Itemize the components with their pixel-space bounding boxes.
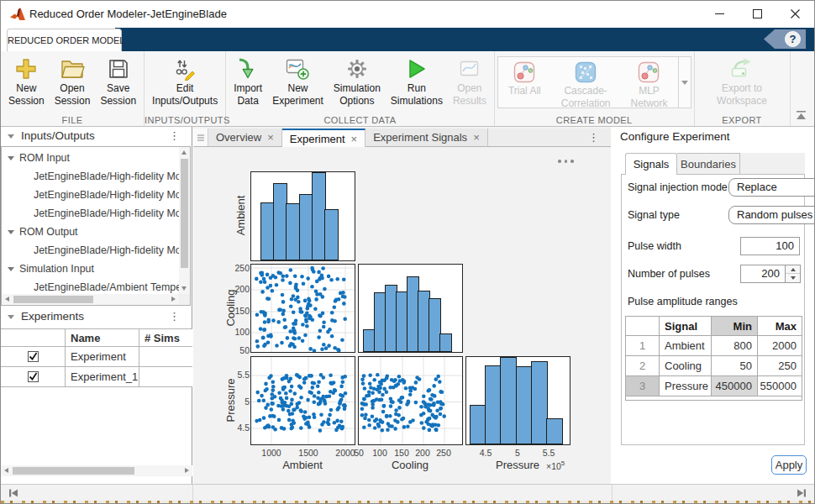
experiment-checkbox[interactable] — [28, 371, 39, 382]
tree-node-rom-input[interactable]: ROM Input — [2, 149, 181, 167]
toolstrip-tab-bar: REDUCED ORDER MODEL ? — [1, 26, 814, 51]
experiment-checkbox[interactable] — [28, 351, 39, 362]
collapse-icon[interactable] — [8, 315, 14, 319]
model-gallery: Trial AllCascade-CorrelationMLP Network — [497, 56, 679, 108]
import-data-button[interactable]: Import Data — [229, 51, 267, 108]
gallery-dropdown-button[interactable] — [679, 56, 691, 108]
document-tab-overview[interactable]: Overview× — [208, 129, 282, 146]
inputs-outputs-header: Inputs/Outputs⋮ — [1, 127, 192, 146]
new-session-button[interactable]: New Session — [3, 51, 50, 108]
trial-all-button[interactable]: Trial All — [498, 57, 551, 108]
tab-list-button[interactable] — [193, 129, 208, 146]
field-label-pulse-width: Pulse width — [628, 240, 681, 252]
tree-expander-icon[interactable] — [8, 267, 14, 271]
tree-node-rom-output[interactable]: ROM Output — [2, 223, 181, 241]
collapse-icon[interactable] — [8, 134, 14, 139]
tree-vertical-scrollbar[interactable] — [179, 147, 190, 294]
ribbon-section-label: FILE — [1, 115, 144, 125]
scatter-pressure-vs-cooling — [358, 356, 463, 445]
close-button[interactable] — [776, 1, 814, 26]
ribbon-section-collect-data: Import DataNew ExperimentSimulation Opti… — [226, 51, 495, 126]
save-session-button[interactable]: Save Session — [95, 51, 141, 108]
amplitude-cell[interactable]: Cooling — [660, 356, 712, 376]
open-session-button[interactable]: Open Session — [50, 51, 96, 108]
tree-leaf[interactable]: JetEngineBlade/High-fidelity Mod — [2, 186, 181, 204]
amplitude-cell[interactable]: Pressure — [660, 376, 712, 396]
document-tab-experiment-signals[interactable]: Experiment Signals× — [365, 129, 488, 146]
amplitude-cell[interactable]: 550000 — [758, 376, 802, 396]
tree-leaf[interactable]: JetEngineBlade/High-fidelity Mod — [2, 204, 181, 223]
inputs-outputs-tree: ROM InputJetEngineBlade/High-fidelity Mo… — [1, 146, 191, 306]
close-tab-icon[interactable]: × — [351, 133, 358, 145]
spinner-down-icon[interactable] — [786, 274, 800, 282]
amplitude-cell[interactable]: 2000 — [758, 336, 802, 356]
kebab-menu-icon[interactable]: ⋮ — [169, 130, 180, 142]
ribbon-toolbar: New SessionOpen SessionSave SessionFILEE… — [1, 51, 814, 127]
tree-leaf[interactable]: JetEngineBlade/High-fidelity Mod — [2, 167, 181, 186]
dropdown-signal-injection-mode[interactable]: Replace — [728, 178, 814, 197]
new-experiment-button[interactable]: New Experiment — [267, 51, 329, 108]
tab-signals[interactable]: Signals — [625, 153, 677, 175]
amplitude-cell[interactable]: 250 — [758, 356, 802, 376]
inputs-outputs-title: Inputs/Outputs — [21, 129, 95, 142]
x-axis-label-cooling: Cooling — [385, 459, 435, 471]
run-simulations-button[interactable]: Run Simulations — [386, 51, 448, 108]
experiment-name: Experiment_1 — [66, 367, 139, 386]
collapse-ribbon-button[interactable] — [795, 108, 807, 123]
tab-reduced-order-model[interactable]: REDUCED ORDER MODEL — [7, 29, 122, 51]
export-to-workspace-icon — [729, 55, 755, 82]
tab-overflow-menu-icon[interactable]: ⋮ — [588, 132, 599, 144]
column-header — [1, 329, 66, 346]
tree-expander-icon[interactable] — [8, 230, 14, 234]
tree-horizontal-scrollbar[interactable] — [2, 294, 179, 305]
row-number: 3 — [626, 376, 660, 396]
amplitude-cell[interactable]: 450000 — [712, 376, 758, 396]
ribbon-section-label: INPUTS/OUTPUTS — [145, 115, 225, 125]
close-tab-icon[interactable]: × — [267, 131, 274, 144]
experiments-horizontal-scrollbar[interactable] — [1, 465, 192, 476]
amplitude-cell[interactable]: 800 — [712, 336, 758, 356]
mlp-network-button[interactable]: MLP Network — [620, 57, 677, 108]
input-pulse-width[interactable]: 100 — [740, 237, 800, 255]
maximize-button[interactable] — [739, 1, 776, 26]
axes-options-button[interactable] — [558, 160, 574, 163]
scatter-pressure-vs-ambient — [250, 356, 355, 445]
configure-tabs: SignalsBoundaries — [621, 153, 805, 175]
window-title: Reduced Order Modeler-JetEngineBlade — [29, 8, 227, 20]
y-axis-label-ambient: Ambient — [234, 182, 247, 249]
kebab-menu-icon[interactable]: ⋮ — [169, 311, 180, 323]
spinner-up-icon[interactable] — [786, 265, 800, 274]
tree-node-simulation-input[interactable]: Simulation Input — [2, 260, 181, 278]
document-tab-experiment[interactable]: Experiment× — [282, 129, 365, 147]
help-icon[interactable]: ? — [785, 31, 801, 47]
minimize-button[interactable] — [701, 1, 739, 26]
input-number-of-pulses[interactable]: 200 — [740, 265, 786, 283]
experiment-row[interactable]: Experiment_1 — [1, 367, 192, 387]
dropdown-signal-type[interactable]: Random pulses — [728, 206, 814, 224]
field-label-signal-injection-mode: Signal injection mode — [628, 181, 728, 193]
ribbon-section-export: Export to WorkspaceEXPORT — [695, 51, 791, 126]
ribbon-section-inputs-outputs: Edit Inputs/OutputsINPUTS/OUTPUTS — [145, 51, 226, 126]
row-number: 1 — [626, 336, 660, 356]
edit-inputs-outputs-button[interactable]: Edit Inputs/Outputs — [147, 51, 223, 108]
tree-expander-icon[interactable] — [8, 156, 14, 160]
cascade-correlation-button[interactable]: Cascade-Correlation — [551, 57, 621, 108]
left-panel: Inputs/Outputs⋮ROM InputJetEngineBlade/H… — [1, 127, 192, 484]
histogram-cooling — [358, 264, 463, 353]
open-results-button[interactable]: Open Results — [448, 51, 492, 108]
close-tab-icon[interactable]: × — [473, 131, 480, 144]
document-tab-bar: Overview×Experiment×Experiment Signals×⋮ — [193, 129, 611, 147]
tree-leaf[interactable]: JetEngineBlade/High-fidelity Mod — [2, 241, 181, 260]
ribbon-section-label: EXPORT — [695, 115, 790, 125]
apply-button[interactable]: Apply — [771, 455, 807, 475]
amplitude-cell[interactable]: 50 — [712, 356, 758, 376]
amplitude-column-header: Min — [712, 317, 758, 336]
amplitude-cell[interactable]: Ambient — [660, 336, 712, 356]
experiment-row[interactable]: Experiment — [1, 347, 192, 367]
simulation-options-button[interactable]: Simulation Options — [329, 51, 386, 108]
app-window: Reduced Order Modeler-JetEngineBlade RED… — [0, 0, 815, 504]
experiments-title: Experiments — [21, 310, 84, 323]
export-to-workspace-button[interactable]: Export to Workspace — [712, 51, 772, 108]
spinner-number-of-pulses[interactable] — [786, 265, 801, 283]
tab-boundaries[interactable]: Boundaries — [677, 153, 740, 175]
